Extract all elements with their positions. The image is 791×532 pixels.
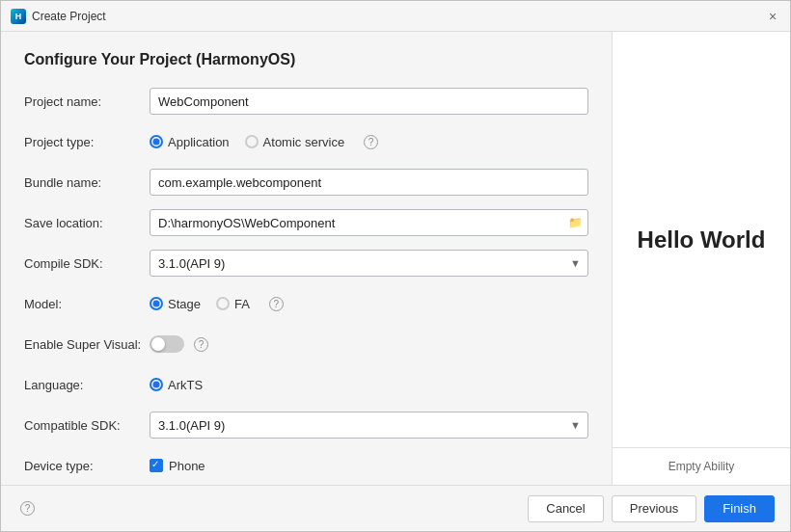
language-label: Language: (24, 378, 150, 392)
preview-image-area: Hello World (613, 32, 790, 447)
folder-browse-icon[interactable]: 📁 (568, 216, 583, 229)
radio-application[interactable]: Application (150, 135, 230, 149)
super-visual-toggle[interactable] (150, 335, 184, 353)
project-name-label: Project name: (24, 94, 150, 109)
radio-fa[interactable]: FA (216, 297, 250, 311)
project-type-row: Project type: Application Atomic service… (24, 128, 588, 155)
compatible-sdk-control: 3.1.0(API 9) 3.0.0(API 8) 2.2.0(API 7) ▼ (150, 412, 588, 439)
radio-stage-label: Stage (168, 297, 201, 311)
radio-atomic-service-label: Atomic service (263, 135, 345, 149)
compile-sdk-label: Compile SDK: (24, 256, 150, 271)
project-type-radio-group: Application Atomic service ? (150, 135, 588, 149)
radio-application-label: Application (168, 135, 230, 149)
save-location-control: 📁 (150, 209, 588, 236)
app-logo-icon: H (11, 9, 26, 24)
dialog-title-text: Create Project (32, 10, 106, 23)
radio-fa-label: FA (234, 297, 250, 311)
radio-atomic-service[interactable]: Atomic service (245, 135, 345, 149)
bundle-name-label: Bundle name: (24, 175, 150, 190)
radio-stage-input[interactable] (150, 297, 163, 310)
enable-super-visual-control: ? (150, 335, 588, 353)
model-radio-group: Stage FA ? (150, 297, 588, 311)
project-type-control: Application Atomic service ? (150, 135, 588, 149)
checkbox-phone-input[interactable] (150, 459, 163, 472)
project-name-input[interactable] (150, 88, 588, 115)
close-button[interactable]: × (765, 9, 780, 24)
compatible-sdk-label: Compatible SDK: (24, 418, 150, 433)
bundle-name-input[interactable] (150, 169, 588, 196)
cancel-button[interactable]: Cancel (528, 495, 603, 522)
compile-sdk-control: 3.1.0(API 9) 3.0.0(API 8) 2.2.0(API 7) ▼ (150, 250, 588, 277)
bundle-name-row: Bundle name: (24, 169, 588, 196)
footer-left: ? (16, 501, 35, 516)
language-row: Language: ArkTS (24, 371, 588, 398)
enable-super-visual-row: Enable Super Visual: ? (24, 331, 588, 358)
footer-help-icon[interactable]: ? (20, 501, 35, 516)
compatible-sdk-select[interactable]: 3.1.0(API 9) 3.0.0(API 8) 2.2.0(API 7) (150, 412, 588, 439)
language-control: ArkTS (150, 378, 588, 392)
title-bar: H Create Project × (1, 1, 790, 32)
footer-right: Cancel Previous Finish (528, 495, 775, 522)
device-type-label: Device type: (24, 459, 150, 473)
save-location-input[interactable] (150, 209, 588, 236)
form-panel: Configure Your Project (HarmonyOS) Proje… (1, 32, 612, 485)
checkbox-phone-label: Phone (169, 459, 205, 473)
model-help-icon[interactable]: ? (269, 297, 284, 311)
finish-button[interactable]: Finish (704, 495, 775, 522)
save-location-row: Save location: 📁 (24, 209, 588, 236)
radio-application-input[interactable] (150, 135, 163, 148)
radio-fa-input[interactable] (216, 297, 230, 310)
model-row: Model: Stage FA ? (24, 290, 588, 317)
project-name-control (150, 88, 588, 115)
dialog-body: Configure Your Project (HarmonyOS) Proje… (1, 32, 790, 485)
enable-super-visual-label: Enable Super Visual: (24, 337, 150, 352)
super-visual-help-icon[interactable]: ? (194, 337, 208, 352)
radio-atomic-service-input[interactable] (245, 135, 259, 148)
model-label: Model: (24, 297, 150, 311)
project-type-help-icon[interactable]: ? (364, 135, 378, 149)
radio-stage[interactable]: Stage (150, 297, 201, 311)
device-type-control: Phone (150, 459, 588, 473)
create-project-dialog: H Create Project × Configure Your Projec… (0, 0, 791, 532)
compatible-sdk-row: Compatible SDK: 3.1.0(API 9) 3.0.0(API 8… (24, 412, 588, 439)
preview-empty-ability-label: Empty Ability (613, 447, 790, 485)
project-type-label: Project type: (24, 135, 150, 149)
device-type-row: Device type: Phone (24, 452, 588, 479)
page-title: Configure Your Project (HarmonyOS) (24, 51, 588, 68)
compile-sdk-select-wrapper: 3.1.0(API 9) 3.0.0(API 8) 2.2.0(API 7) ▼ (150, 250, 588, 277)
save-location-input-wrapper: 📁 (150, 209, 588, 236)
project-name-row: Project name: (24, 88, 588, 115)
hello-world-text: Hello World (638, 226, 766, 253)
compile-sdk-select[interactable]: 3.1.0(API 9) 3.0.0(API 8) 2.2.0(API 7) (150, 250, 588, 277)
bundle-name-control (150, 169, 588, 196)
compile-sdk-row: Compile SDK: 3.1.0(API 9) 3.0.0(API 8) 2… (24, 250, 588, 277)
language-radio-group: ArkTS (150, 378, 588, 392)
compatible-sdk-select-wrapper: 3.1.0(API 9) 3.0.0(API 8) 2.2.0(API 7) ▼ (150, 412, 588, 439)
title-bar-left: H Create Project (11, 9, 106, 24)
model-control: Stage FA ? (150, 297, 588, 311)
save-location-label: Save location: (24, 216, 150, 230)
radio-arkts[interactable]: ArkTS (150, 378, 203, 392)
checkbox-phone[interactable]: Phone (150, 459, 588, 473)
footer: ? Cancel Previous Finish (1, 485, 790, 531)
radio-arkts-label: ArkTS (168, 378, 203, 392)
radio-arkts-input[interactable] (150, 378, 163, 391)
super-visual-toggle-wrapper: ? (150, 335, 588, 353)
preview-panel: Hello World Empty Ability (612, 32, 790, 485)
previous-button[interactable]: Previous (612, 495, 697, 522)
